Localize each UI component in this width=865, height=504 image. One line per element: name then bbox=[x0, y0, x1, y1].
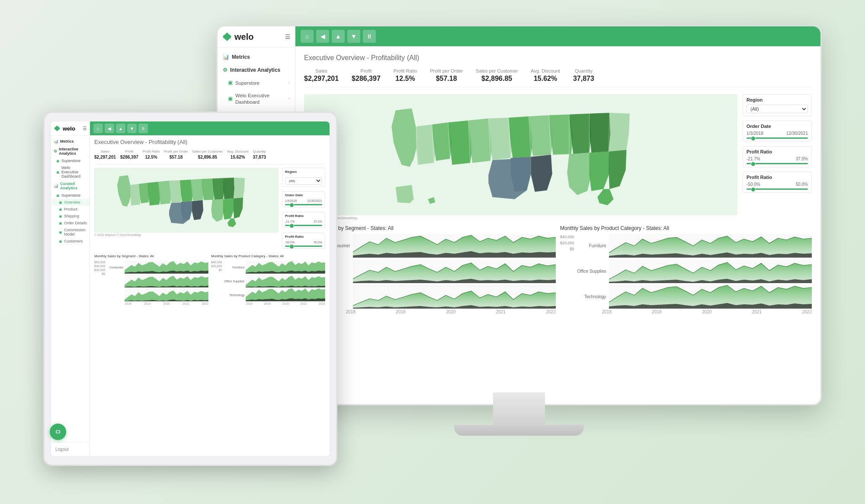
kpi-avg-discount-value: 15.62% bbox=[531, 75, 560, 83]
furniture-chart bbox=[609, 234, 812, 258]
tablet-sidebar-product[interactable]: ▣ Product bbox=[51, 206, 90, 213]
toolbar-home-button[interactable]: ⌂ bbox=[301, 30, 314, 43]
tablet-toolbar-filter[interactable]: ▼ bbox=[127, 124, 137, 133]
tablet-sidebar-interactive[interactable]: ⚙ Interactive Analytics bbox=[51, 145, 90, 157]
segment-row-2 bbox=[320, 259, 556, 283]
kpi-avg-discount-label: Avg. Discount bbox=[531, 68, 560, 73]
filter-profit-ratio-bar-max: 50.0% bbox=[796, 182, 808, 187]
us-map[interactable] bbox=[304, 94, 737, 215]
segment-chart-container: $60,000 $40,000 $20,000 $0 bbox=[304, 234, 556, 314]
tablet-logout[interactable]: Logout bbox=[51, 442, 90, 456]
tablet-sidebar: welo ☰ 📊 Metrics ⚙ Interactive Ana bbox=[51, 121, 90, 456]
filter-profit-ratio-bar-slider[interactable] bbox=[746, 188, 808, 190]
kpi-profit-ratio-value: 12.5% bbox=[394, 75, 417, 83]
tablet-category-with-labels: $40,000 $20,000 $0 Furniture bbox=[211, 261, 325, 305]
monitor-base bbox=[454, 425, 584, 436]
toolbar-filter-button[interactable]: ▼ bbox=[347, 30, 360, 43]
welo-logo: welo bbox=[222, 32, 253, 42]
filter-profit-ratio-bar-values: -50.0% 50.0% bbox=[746, 182, 808, 187]
category-row-office-supplies: Office Supplies bbox=[576, 259, 812, 283]
welo-logo-icon bbox=[222, 32, 232, 42]
filter-region-label: Region bbox=[746, 97, 808, 102]
cat-y-label-40k: $40,000 bbox=[560, 235, 574, 239]
svg-marker-73 bbox=[246, 276, 325, 287]
tablet-kpi-sales-per-customer: Sales per Customer $2,896.85 bbox=[192, 150, 223, 159]
segment-2-chart bbox=[353, 259, 556, 283]
tablet-sidebar-metrics[interactable]: 📊 Metrics bbox=[51, 137, 90, 145]
kpi-profit-label: Profit bbox=[352, 68, 381, 73]
office-supplies-chart bbox=[609, 259, 812, 283]
furniture-area-chart bbox=[609, 234, 812, 258]
kpi-sales-per-customer-value: $2,896.85 bbox=[476, 75, 518, 83]
furniture-label: Furniture bbox=[576, 243, 606, 248]
kpi-sales-per-customer-label: Sales per Customer bbox=[476, 68, 518, 73]
segment-row-consumer: Consumer bbox=[320, 234, 556, 258]
kpi-quantity: Quantity 37,873 bbox=[573, 68, 594, 83]
svg-marker-11 bbox=[589, 113, 611, 153]
tablet-sidebar-customers[interactable]: ▣ Customers bbox=[51, 238, 90, 245]
filter-order-date-label: Order Date bbox=[746, 124, 808, 129]
category-title-text: Monthly Sales by Product Category - Stat… bbox=[560, 225, 669, 231]
filter-region-select[interactable]: (All) bbox=[746, 105, 808, 113]
tablet-toolbar-home[interactable]: ⌂ bbox=[93, 124, 103, 133]
sidebar-item-metrics[interactable]: 📊 Metrics bbox=[218, 51, 295, 64]
kpi-profit: Profit $286,397 bbox=[352, 68, 381, 83]
sidebar-item-superstore[interactable]: ▣ Superstore › bbox=[218, 77, 295, 89]
kpi-profit-ratio-label: Profit Ratio bbox=[394, 68, 417, 73]
filter-profit-ratio-slider[interactable] bbox=[746, 163, 808, 164]
tablet-profit-ratio-slider[interactable] bbox=[285, 225, 322, 226]
tablet-sidebar-shipping[interactable]: ▣ Shipping bbox=[51, 213, 90, 220]
toolbar-back-button[interactable]: ◀ bbox=[316, 30, 329, 43]
tablet-kpi-quantity: Quantity 37,873 bbox=[253, 150, 266, 159]
tablet-sidebar-superstore[interactable]: ▣ Superstore bbox=[51, 157, 90, 164]
superstore-label: Superstore bbox=[235, 80, 260, 86]
toolbar-forward-button[interactable]: ▲ bbox=[332, 30, 345, 43]
tablet-office-row: Office Supplies bbox=[223, 274, 325, 287]
tablet-profit-bar-slider[interactable] bbox=[285, 246, 322, 247]
tablet-sidebar-commission[interactable]: ▣ Commission Model bbox=[51, 226, 90, 238]
kpi-sales-value: $2,297,201 bbox=[304, 75, 339, 83]
superstore-arrow: › bbox=[288, 80, 290, 86]
tablet-toolbar-back[interactable]: ◀ bbox=[105, 124, 114, 133]
tablet-toolbar-pause[interactable]: ⏸ bbox=[138, 124, 148, 133]
hamburger-button[interactable]: ☰ bbox=[285, 33, 291, 40]
tablet-sidebar-superstore-ca[interactable]: ▣ Superstore bbox=[51, 192, 90, 199]
page-title-main: Executive Overview - Profitability bbox=[304, 54, 405, 61]
svg-marker-50 bbox=[158, 181, 171, 204]
tablet-us-map-svg bbox=[94, 168, 279, 233]
filter-order-date-range: 1/3/2018 12/30/2021 bbox=[746, 131, 808, 136]
tablet-toolbar-forward[interactable]: ▲ bbox=[116, 124, 125, 133]
segment-2-area-chart bbox=[353, 259, 556, 283]
tablet-filter-region: Region (All) bbox=[282, 168, 325, 187]
tablet-sidebar-overview[interactable]: ▣ Overview bbox=[51, 199, 90, 206]
tablet-hamburger[interactable]: ☰ bbox=[83, 126, 87, 131]
tablet-welo-logo: welo bbox=[54, 125, 75, 132]
filter-profit-ratio-max: 37.0% bbox=[796, 156, 808, 161]
tablet-sidebar-nav: 📊 Metrics ⚙ Interactive Analytics ▣ Supe… bbox=[51, 136, 90, 246]
tablet-sidebar-logo: welo ☰ bbox=[51, 121, 90, 136]
tablet-sidebar-order-details[interactable]: ▣ Order Details bbox=[51, 220, 90, 226]
metrics-label: Metrics bbox=[232, 54, 250, 61]
category-chart-panel: Monthly Sales by Product Category - Stat… bbox=[560, 225, 812, 314]
tablet-segment-rows: Consumer bbox=[106, 261, 208, 301]
superstore-icon: ▣ bbox=[228, 80, 233, 86]
tablet-sidebar-welo-exec[interactable]: ▣ Welo Executive Dashboard bbox=[51, 164, 90, 180]
desktop-main-content: ⌂ ◀ ▲ ▼ ⏸ Executive Overview - Profitabi… bbox=[295, 26, 820, 404]
tablet-order-date-slider[interactable] bbox=[285, 204, 322, 205]
segment-3-area-chart bbox=[353, 285, 556, 309]
tablet-tech-row: Technology bbox=[223, 288, 325, 301]
welo-exec-icon: ▣ bbox=[228, 96, 233, 102]
tablet-sidebar-curated[interactable]: 📊 Curated Analytics bbox=[51, 180, 90, 192]
tablet-segment-consumer-row: Consumer bbox=[106, 261, 208, 274]
tablet-filter-region-select[interactable]: (All) bbox=[285, 177, 322, 185]
tablet-us-map[interactable] bbox=[94, 168, 279, 233]
kpi-sales: Sales $2,297,201 bbox=[304, 68, 339, 83]
sidebar-item-welo-exec[interactable]: ▣ Welo Executive Dashboard › bbox=[218, 89, 295, 108]
tablet-kpi-row: Sales $2,297,201 Profit $286,397 Profit … bbox=[94, 150, 325, 164]
dashboard-middle: © 2022 Mapbox © OpenStreetMap Region (Al… bbox=[304, 94, 812, 220]
filter-order-date-slider[interactable] bbox=[746, 137, 808, 139]
tablet-office-chart bbox=[246, 274, 325, 287]
toolbar-pause-button[interactable]: ⏸ bbox=[363, 30, 376, 43]
sidebar-item-interactive-analytics[interactable]: ⚙ Interactive Analytics bbox=[218, 64, 295, 77]
svg-marker-20 bbox=[396, 185, 414, 203]
